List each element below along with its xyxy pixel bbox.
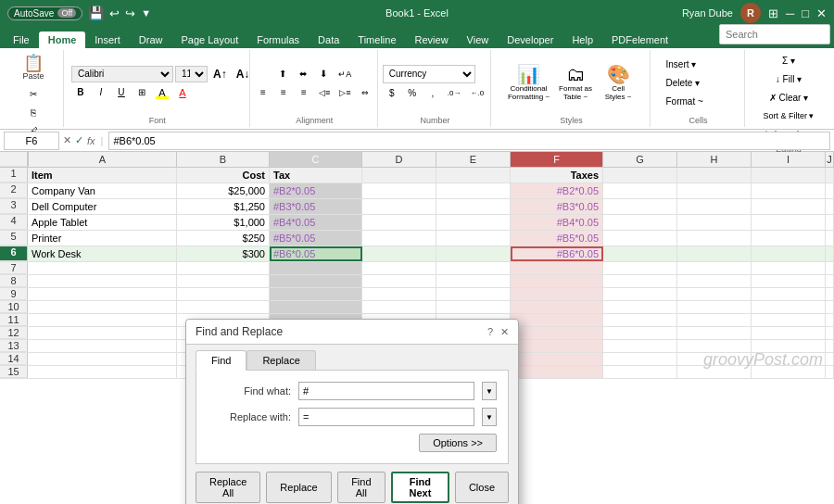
replace-dropdown-arrow[interactable]: ▼ [482,408,497,426]
tab-view[interactable]: View [458,32,499,48]
find-what-input[interactable] [298,382,474,400]
cancel-formula-icon[interactable]: ✕ [63,134,71,146]
accounting-icon: $ [389,88,395,98]
restore-icon[interactable]: □ [802,6,809,20]
alignment-row-1: ⬆ ⬌ ⬇ ↵A [273,66,355,82]
align-left-button[interactable]: ≡ [254,84,272,101]
align-middle-button[interactable]: ⬌ [294,66,312,82]
sort-filter-icon: Sort & Filter ▾ [763,111,814,120]
customize-icon[interactable]: ▼ [141,7,151,19]
tab-review[interactable]: Review [406,32,458,48]
border-button[interactable]: ⊞ [133,84,151,101]
decrease-indent-button[interactable]: ◁≡ [315,84,334,101]
grow-font-button[interactable]: A↑ [209,66,231,82]
conditional-formatting-button[interactable]: 📊 ConditionalFormatting ~ [504,62,553,104]
clear-button[interactable]: ✗ Clear ▾ [756,89,821,106]
tab-data[interactable]: Data [309,32,348,48]
cut-button[interactable]: ✂ [24,85,43,102]
styles-label: Styles [560,114,583,125]
formula-input[interactable] [108,132,830,150]
fill-button[interactable]: ↓ Fill ▾ [756,70,821,87]
ribbon-display-icon[interactable]: ⊞ [768,6,778,20]
close-icon[interactable]: ✕ [816,6,827,20]
format-as-table-button[interactable]: 🗂 Format asTable ~ [555,62,596,104]
title-bar: AutoSave Off 💾 ↩ ↪ ▼ Book1 - Excel Ryan … [0,0,834,26]
user-name: Ryan Dube [682,7,733,19]
decrease-decimal-button[interactable]: ←.0 [466,85,487,102]
bold-button[interactable]: B [71,84,90,101]
number-format-select[interactable]: Currency [383,65,475,83]
replace-all-button[interactable]: Replace All [196,472,260,503]
cell-styles-button[interactable]: 🎨 CellStyles ~ [598,62,638,104]
dialog-help-icon[interactable]: ? [487,326,493,337]
percent-button[interactable]: % [403,85,422,102]
tab-formulas[interactable]: Formulas [247,32,309,48]
tab-file[interactable]: File [4,32,39,48]
align-center-button[interactable]: ≡ [274,84,293,101]
tab-draw[interactable]: Draw [130,32,172,48]
ribbon: 📋 Paste ✂ ⎘ 🖌 Clipboard Calibri 11 A↑ A↓ [0,48,834,130]
decrease-decimal-icon: ←.0 [470,89,484,97]
copy-button[interactable]: ⎘ [24,104,43,120]
paste-button[interactable]: 📋 Paste [18,52,48,83]
find-what-label: Find what: [208,385,291,397]
underline-button[interactable]: U [112,84,131,101]
dialog-tab-replace[interactable]: Replace [246,350,315,370]
tab-help[interactable]: Help [562,32,602,48]
user-avatar[interactable]: R [740,3,761,23]
tab-page-layout[interactable]: Page Layout [171,32,247,48]
find-next-button[interactable]: Find Next [391,472,449,503]
confirm-formula-icon[interactable]: ✓ [75,134,83,146]
font-family-select[interactable]: Calibri [71,66,173,82]
tab-pdfelement[interactable]: PDFelement [602,32,677,48]
cell-reference-box[interactable] [4,132,59,150]
shrink-font-icon: A↓ [236,68,250,81]
find-dropdown-arrow[interactable]: ▼ [482,382,497,400]
italic-button[interactable]: I [92,84,110,101]
undo-icon[interactable]: ↩ [109,6,120,20]
find-all-button[interactable]: Find All [337,472,385,503]
insert-button[interactable]: Insert ▾ [662,57,736,73]
redo-icon[interactable]: ↪ [125,6,135,20]
dialog-tab-find[interactable]: Find [196,350,246,371]
font-row-1: Calibri 11 A↑ A↓ [71,66,253,82]
sort-filter-button[interactable]: Sort & Filter ▾ [756,107,821,124]
increase-decimal-icon: .0→ [448,89,461,97]
align-top-button[interactable]: ⬆ [273,66,292,82]
alignment-label: Alignment [296,114,333,125]
options-button[interactable]: Options >> [419,434,497,452]
save-icon[interactable]: 💾 [88,6,104,20]
replace-with-input[interactable] [298,408,474,426]
autosum-icon: Σ ▾ [782,56,795,66]
search-input[interactable] [719,24,830,44]
replace-button[interactable]: Replace [266,472,331,503]
minimize-icon[interactable]: ─ [786,6,794,20]
align-right-button[interactable]: ≡ [295,84,313,101]
dialog-close-icon[interactable]: ✕ [500,326,509,338]
font-size-select[interactable]: 11 [175,66,208,82]
tab-timeline[interactable]: Timeline [348,32,405,48]
tab-insert[interactable]: Insert [85,32,130,48]
accounting-button[interactable]: $ [383,85,401,102]
align-bottom-button[interactable]: ⬇ [314,66,333,82]
tab-developer[interactable]: Developer [498,32,562,48]
underline-icon: U [118,87,124,97]
fill-color-button[interactable]: A [153,84,171,101]
format-button[interactable]: Format ~ [662,94,736,110]
number-label: Number [420,114,449,125]
comma-button[interactable]: , [423,85,442,102]
autosum-button[interactable]: Σ ▾ [756,52,821,69]
copy-icon: ⎘ [31,107,36,118]
increase-decimal-button[interactable]: .0→ [444,85,465,102]
autosave-toggle[interactable]: AutoSave Off [7,6,82,20]
insert-function-icon[interactable]: fx [87,135,95,146]
increase-indent-button[interactable]: ▷≡ [335,84,354,101]
shrink-font-button[interactable]: A↓ [233,66,254,82]
cell-styles-icon: 🎨 [607,65,630,83]
merge-center-button[interactable]: ⇔ [356,84,374,101]
tab-home[interactable]: Home [39,32,86,48]
wrap-text-button[interactable]: ↵A [335,66,355,82]
font-color-button[interactable]: A [173,84,192,101]
close-button[interactable]: Close [455,472,509,503]
delete-button[interactable]: Delete ▾ [662,75,736,92]
